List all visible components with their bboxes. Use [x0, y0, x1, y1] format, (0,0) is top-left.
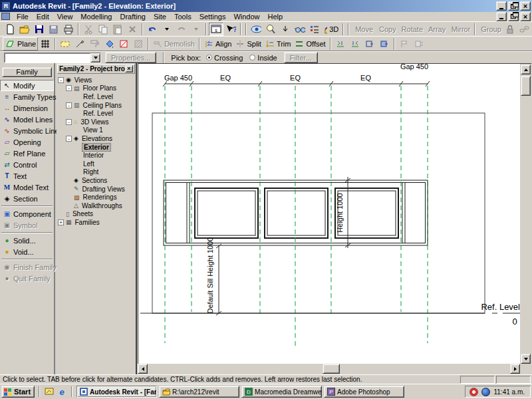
- tree-item-sheets[interactable]: ▯Sheets: [58, 210, 136, 219]
- task-photoshop[interactable]: P Adobe Photoshop: [324, 386, 404, 398]
- trim-button[interactable]: Trim: [263, 37, 293, 51]
- tree-item-families[interactable]: +▦Families: [58, 218, 136, 227]
- tree-item-views[interactable]: -◉Views: [58, 76, 136, 84]
- tree-item-sections[interactable]: ◈Sections: [58, 176, 136, 185]
- level-line[interactable]: Ref. Level 0: [140, 302, 520, 327]
- undo-button[interactable]: [145, 23, 160, 36]
- level-elevation-label[interactable]: 0: [512, 317, 517, 327]
- dim-label-eq3[interactable]: EQ: [360, 74, 371, 82]
- crossing-radio[interactable]: Crossing: [206, 54, 243, 62]
- redo-dropdown[interactable]: [189, 23, 203, 36]
- menu-settings[interactable]: Settings: [196, 12, 230, 21]
- wall-join-button-3[interactable]: [362, 37, 377, 51]
- vertical-scroll-thumb[interactable]: [521, 76, 531, 96]
- zoom-button[interactable]: [263, 23, 278, 36]
- designbar-item-quit-family[interactable]: ●Quit Family: [0, 273, 54, 284]
- wall-join-button-4[interactable]: [377, 37, 392, 51]
- menu-window[interactable]: Window: [229, 12, 263, 21]
- sill-dimension-label[interactable]: Default Sill Height 1000: [206, 237, 214, 314]
- menu-modelling[interactable]: Modelling: [76, 12, 116, 21]
- rotate-button[interactable]: Rotate: [398, 23, 424, 36]
- tree-item-ceiling-plans[interactable]: -▥Ceiling Plans: [58, 101, 136, 110]
- designbar-item-component[interactable]: ▣Component: [0, 208, 54, 219]
- designbar-item-opening[interactable]: ▱Opening: [0, 136, 54, 148]
- tree-item-drafting-views[interactable]: ✎Drafting Views: [58, 185, 136, 194]
- paste-button[interactable]: [110, 23, 125, 36]
- menu-view[interactable]: View: [53, 12, 77, 21]
- tray-quicktime-icon[interactable]: [469, 388, 478, 396]
- save-as-button[interactable]: [47, 23, 61, 36]
- tree-item-renderings[interactable]: ▨Renderings: [58, 193, 136, 201]
- expand-icon[interactable]: +: [58, 219, 64, 225]
- designbar-item-dimension[interactable]: ↔Dimension: [0, 102, 54, 114]
- top-dimension-string[interactable]: [163, 81, 430, 86]
- design-bar-header[interactable]: Family: [2, 67, 52, 77]
- project-browser-toggle[interactable]: s: [209, 23, 223, 36]
- paint-roller-button[interactable]: [87, 37, 102, 51]
- scroll-right-button[interactable]: [510, 364, 520, 374]
- designbar-item-ref-plane[interactable]: ▱Ref Plane: [0, 148, 54, 159]
- scroll-down-button[interactable]: [521, 354, 531, 364]
- project-browser-titlebar[interactable]: Family2 - Project bro... ×: [57, 64, 135, 74]
- designbar-item-text[interactable]: TText: [0, 170, 54, 182]
- array-button[interactable]: Array: [424, 23, 448, 36]
- wall-join-button-2[interactable]: [348, 37, 362, 51]
- designbar-item-void[interactable]: ●Void...: [0, 246, 54, 257]
- designbar-item-model-lines[interactable]: ∿Model Lines: [0, 114, 54, 125]
- task-dreamweaver[interactable]: D Macromedia Dreamweave...: [241, 386, 322, 398]
- height-dimension-label[interactable]: Height 1000: [336, 193, 344, 232]
- task-explorer-folder[interactable]: R:\arch212\revit: [159, 386, 239, 398]
- scroll-up-button[interactable]: [521, 65, 531, 74]
- quicklaunch-ie-icon[interactable]: e: [57, 386, 67, 397]
- type-selector-combobox[interactable]: [4, 53, 101, 63]
- child-close-button[interactable]: ×: [520, 12, 531, 21]
- move-button[interactable]: Move: [351, 23, 375, 36]
- horizontal-scroll-thumb[interactable]: [323, 364, 340, 374]
- quicklaunch-desktop-icon[interactable]: [44, 386, 55, 397]
- linework-button[interactable]: [116, 37, 131, 51]
- tree-item-ref-level-floor[interactable]: Ref. Level: [58, 92, 136, 101]
- tree-item-walkthroughs[interactable]: △Walkthroughs: [58, 201, 136, 210]
- dim-label-eq1[interactable]: EQ: [220, 74, 231, 82]
- work-plane-button[interactable]: Plane: [3, 37, 38, 51]
- designbar-item-model-text[interactable]: MModel Text: [0, 182, 54, 193]
- mirror-button[interactable]: Mirror: [448, 23, 472, 36]
- save-button[interactable]: [32, 23, 47, 36]
- tray-network-globe-icon[interactable]: [481, 388, 490, 396]
- horizontal-scrollbar[interactable]: [138, 364, 520, 374]
- properties-button[interactable]: Properties...: [105, 52, 156, 63]
- designbar-item-modify[interactable]: ↖Modify: [0, 80, 54, 91]
- designbar-item-finish-family[interactable]: ◉Finish Family: [0, 261, 54, 273]
- menu-help[interactable]: Help: [264, 12, 287, 21]
- face-tool-button-1[interactable]: [397, 37, 412, 51]
- browser-close-icon[interactable]: ×: [125, 65, 133, 72]
- new-button[interactable]: [3, 23, 17, 36]
- grid-button[interactable]: [38, 37, 53, 51]
- delete-button[interactable]: [125, 23, 140, 36]
- designbar-item-family-types[interactable]: ≡Family Types...: [0, 91, 54, 102]
- demolish-button[interactable]: Demolish: [151, 37, 197, 51]
- undo-dropdown[interactable]: [160, 23, 174, 36]
- dim-label-gap-right[interactable]: Gap 450: [400, 64, 428, 70]
- align-button[interactable]: Align: [202, 37, 233, 51]
- dynamic-view-button[interactable]: [249, 23, 263, 36]
- close-button[interactable]: ×: [520, 1, 531, 11]
- designbar-item-control[interactable]: ⇄Control: [0, 159, 54, 170]
- menu-edit[interactable]: Edit: [33, 12, 53, 21]
- menu-drafting[interactable]: Drafting: [116, 12, 150, 21]
- copy-tool-button[interactable]: Copy: [375, 23, 398, 36]
- cut-button[interactable]: [81, 23, 96, 36]
- menu-tools[interactable]: Tools: [170, 12, 196, 21]
- tree-item-left[interactable]: Left: [58, 160, 136, 168]
- inside-radio[interactable]: Inside: [249, 54, 277, 62]
- level-name-label[interactable]: Ref. Level: [481, 302, 520, 312]
- link-button[interactable]: [517, 23, 532, 36]
- shading-button[interactable]: [293, 23, 307, 36]
- print-button[interactable]: [61, 23, 76, 36]
- tree-item-interior[interactable]: Interior: [58, 151, 136, 160]
- tree-item-exterior[interactable]: Exterior: [58, 143, 136, 152]
- task-revit[interactable]: Autodesk Revit - [Fam...: [76, 386, 157, 398]
- minimize-button[interactable]: [496, 1, 507, 11]
- designbar-item-symbolic-lines[interactable]: ∿Symbolic Lines: [0, 125, 54, 136]
- tree-item-3d-views[interactable]: -⌂3D Views: [58, 118, 136, 126]
